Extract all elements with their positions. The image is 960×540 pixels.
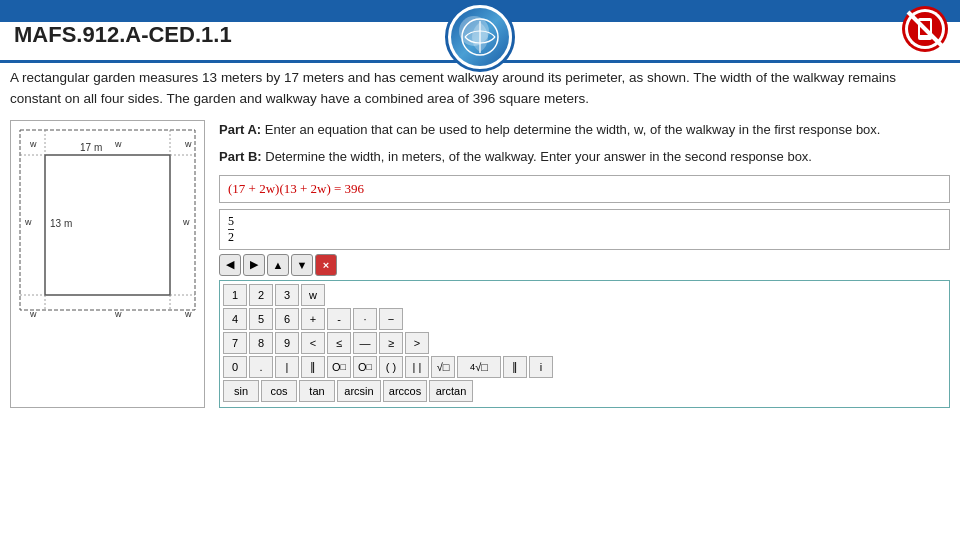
key-7[interactable]: 7 [223,332,247,354]
keypad-row-4: 0 . | ‖ O□ O□ ( ) | | √□ 4√□ ‖ i [223,356,946,378]
diagram: w w w w w w w w 17 m 13 m [10,120,205,408]
key-minus[interactable]: - [327,308,351,330]
math-nav-bar: ◀ ▶ ▲ ▼ × [219,254,950,276]
key-sin[interactable]: sin [223,380,259,402]
key-gt[interactable]: > [405,332,429,354]
svg-point-7 [924,36,927,39]
equation-text: (17 + 2w)(13 + 2w) = 396 [228,181,364,196]
key-3[interactable]: 3 [275,284,299,306]
key-lt[interactable]: < [301,332,325,354]
key-8[interactable]: 8 [249,332,273,354]
keypad-row-3: 7 8 9 < ≤ — ≥ > [223,332,946,354]
nav-up-btn[interactable]: ▲ [267,254,289,276]
key-i[interactable]: i [529,356,553,378]
part-a-content: Enter an equation that can be used to he… [261,122,880,137]
equation-box: (17 + 2w)(13 + 2w) = 396 [219,175,950,203]
key-4[interactable]: 4 [223,308,247,330]
key-6[interactable]: 6 [275,308,299,330]
nav-down-btn[interactable]: ▼ [291,254,313,276]
fraction: 5 2 [228,214,234,245]
key-5[interactable]: 5 [249,308,273,330]
svg-text:w: w [114,309,122,319]
key-cos[interactable]: cos [261,380,297,402]
key-pipe[interactable]: | [275,356,299,378]
fraction-numerator: 5 [228,214,234,230]
key-sqrt[interactable]: √□ [431,356,455,378]
nav-clear-btn[interactable]: × [315,254,337,276]
page-title: MAFS.912.A-CED.1.1 [14,22,232,48]
keypad-row-1: 1 2 3 w [223,284,946,306]
key-leq[interactable]: ≤ [327,332,351,354]
part-a-label: Part A: [219,122,261,137]
svg-text:w: w [29,139,37,149]
fraction-display[interactable]: 5 2 [219,209,950,250]
keypad: 1 2 3 w 4 5 6 + - · − 7 8 [219,280,950,408]
right-panel: Part A: Enter an equation that can be us… [219,120,950,408]
svg-rect-9 [20,130,195,310]
key-w[interactable]: w [301,284,325,306]
svg-text:w: w [114,139,122,149]
svg-text:w: w [184,309,192,319]
content-area: w w w w w w w w 17 m 13 m [10,120,950,408]
key-subscript[interactable]: O□ [353,356,377,378]
key-tan[interactable]: tan [299,380,335,402]
keypad-row-trig: sin cos tan arcsin arccos arctan [223,380,946,402]
logo-circle [445,2,515,72]
no-phone-icon [900,4,950,54]
key-1[interactable]: 1 [223,284,247,306]
part-b-label: Part B: [219,149,262,164]
key-arctan[interactable]: arctan [429,380,473,402]
svg-text:w: w [184,139,192,149]
key-norm[interactable]: ‖ [503,356,527,378]
logo-inner [451,8,509,66]
key-4throot[interactable]: 4√□ [457,356,501,378]
key-decimal[interactable]: . [249,356,273,378]
problem-text: A rectangular garden measures 13 meters … [10,68,950,110]
diagram-svg: w w w w w w w w 17 m 13 m [15,125,200,320]
key-superscript[interactable]: O□ [327,356,351,378]
key-dash[interactable]: — [353,332,377,354]
nav-right-btn[interactable]: ▶ [243,254,265,276]
key-dot-op[interactable]: · [353,308,377,330]
part-b-content: Determine the width, in meters, of the w… [262,149,812,164]
nav-left-btn[interactable]: ◀ [219,254,241,276]
logo-area [445,2,515,72]
key-2[interactable]: 2 [249,284,273,306]
keypad-row-2: 4 5 6 + - · − [223,308,946,330]
svg-text:w: w [182,217,190,227]
key-arccos[interactable]: arccos [383,380,427,402]
fraction-denominator: 2 [228,230,234,244]
key-arcsin[interactable]: arcsin [337,380,381,402]
key-bar[interactable]: ‖ [301,356,325,378]
part-b-text: Part B: Determine the width, in meters, … [219,147,950,167]
main-content: A rectangular garden measures 13 meters … [10,68,950,530]
key-geq[interactable]: ≥ [379,332,403,354]
part-a-text: Part A: Enter an equation that can be us… [219,120,950,140]
key-neg[interactable]: − [379,308,403,330]
svg-text:w: w [29,309,37,319]
key-abs[interactable]: | | [405,356,429,378]
key-0[interactable]: 0 [223,356,247,378]
logo-svg [460,17,500,57]
svg-text:13 m: 13 m [50,218,72,229]
svg-text:w: w [24,217,32,227]
key-9[interactable]: 9 [275,332,299,354]
key-plus[interactable]: + [301,308,325,330]
svg-text:17 m: 17 m [80,142,102,153]
key-parens[interactable]: ( ) [379,356,403,378]
